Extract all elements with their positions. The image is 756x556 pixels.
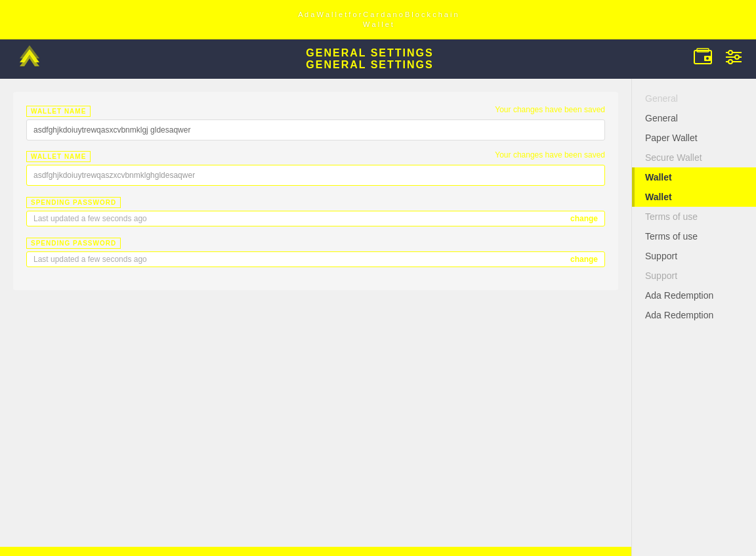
sidebar-item-label: Paper Wallet — [645, 133, 698, 143]
sidebar-item-label: Support — [645, 270, 677, 281]
saved-message-2: Your changes have been saved — [495, 150, 605, 160]
wallet-name-input-1[interactable] — [26, 119, 605, 140]
sidebar-item-ada-redemption-1[interactable]: Ada Redemption — [632, 286, 756, 305]
change-link-2[interactable]: change — [570, 255, 598, 264]
svg-point-7 — [728, 51, 732, 54]
sidebar-item-wallet-1[interactable]: Wallet — [632, 167, 756, 187]
navbar-title-2: GENERAL SETTINGS — [306, 59, 433, 71]
sidebar-item-paper-wallet[interactable]: Paper Wallet — [632, 128, 756, 148]
wallet-name-input-2[interactable] — [26, 165, 605, 186]
settings-panel: WALLET NAME Your changes have been saved… — [13, 92, 618, 290]
wallet-nav-icon[interactable] — [694, 48, 715, 70]
wallet-name-label-2: WALLET NAME — [26, 151, 91, 162]
svg-point-3 — [706, 57, 709, 60]
sidebar-item-terms-2[interactable]: Terms of use — [632, 226, 756, 246]
wallet-name-row-2: WALLET NAME Your changes have been saved — [26, 150, 605, 186]
navbar-title-block: GENERAL SETTINGS GENERAL SETTINGS — [306, 47, 433, 71]
content-area: WALLET NAME Your changes have been saved… — [0, 79, 631, 556]
top-banner: A d a W a l l e t f o r C a r d a n o B … — [0, 0, 756, 39]
sidebar-item-label: Ada Redemption — [645, 310, 713, 320]
sidebar-item-label: Wallet — [645, 172, 672, 182]
sidebar-item-support-2[interactable]: Support — [632, 266, 756, 286]
main-layout: WALLET NAME Your changes have been saved… — [0, 79, 756, 556]
change-link-1[interactable]: change — [570, 214, 598, 223]
svg-point-8 — [735, 55, 739, 59]
sidebar-item-general-2[interactable]: General — [632, 108, 756, 128]
sidebar-item-label: General — [645, 93, 678, 104]
navbar-title-1: GENERAL SETTINGS — [306, 47, 433, 59]
navbar: GENERAL SETTINGS GENERAL SETTINGS — [0, 39, 756, 79]
sidebar-item-label: General — [645, 113, 678, 123]
bottom-yellow-bar — [0, 547, 631, 556]
settings-nav-icon[interactable] — [724, 48, 743, 70]
sidebar-item-label: Support — [645, 251, 677, 261]
wallet-name-row-1: WALLET NAME Your changes have been saved — [26, 105, 605, 140]
logo-icon — [16, 44, 43, 75]
spending-password-row-1: SPENDING PASSWORD change — [26, 196, 605, 226]
spending-password-input-2[interactable] — [33, 255, 570, 264]
sidebar-item-wallet-2[interactable]: Wallet — [632, 187, 756, 207]
svg-point-9 — [728, 60, 732, 64]
sidebar-item-label: Secure Wallet — [645, 152, 702, 163]
wallet-name-label-1: WALLET NAME — [26, 106, 91, 117]
saved-message-1: Your changes have been saved — [495, 105, 605, 114]
spending-password-input-1[interactable] — [33, 214, 570, 223]
sidebar-item-secure-wallet[interactable]: Secure Wallet — [632, 148, 756, 167]
top-banner-line1: A d a W a l l e t f o r C a r d a n o B … — [298, 10, 457, 20]
top-banner-line2: W a l l e t — [363, 20, 393, 30]
sidebar-item-label: Wallet — [645, 192, 672, 202]
sidebar: General General Paper Wallet Secure Wall… — [631, 79, 756, 556]
spending-password-input-wrap-2: change — [26, 251, 605, 267]
sidebar-item-label: Terms of use — [645, 211, 698, 222]
spending-password-label-1: SPENDING PASSWORD — [26, 197, 121, 208]
sidebar-item-support-1[interactable]: Support — [632, 246, 756, 266]
sidebar-item-label: Ada Redemption — [645, 290, 713, 301]
sidebar-item-terms-1[interactable]: Terms of use — [632, 207, 756, 226]
sidebar-item-general-1[interactable]: General — [632, 89, 756, 108]
logo[interactable] — [13, 46, 46, 72]
spending-password-row-2: SPENDING PASSWORD change — [26, 236, 605, 267]
navbar-icons — [694, 48, 743, 70]
sidebar-item-label: Terms of use — [645, 231, 698, 242]
spending-password-input-wrap-1: change — [26, 211, 605, 226]
sidebar-item-ada-redemption-2[interactable]: Ada Redemption — [632, 305, 756, 325]
spending-password-label-2: SPENDING PASSWORD — [26, 238, 121, 249]
